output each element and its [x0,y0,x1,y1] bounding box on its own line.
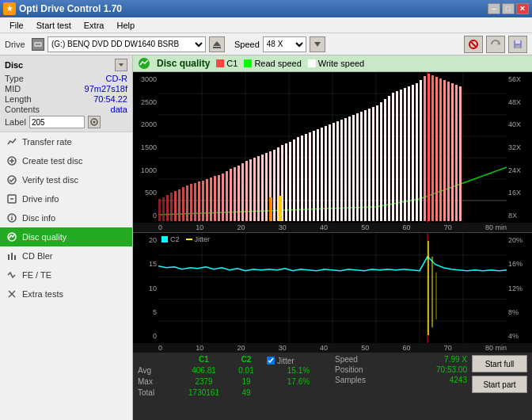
speed-select[interactable]: 48 X [263,36,306,52]
c2-total: 49 [241,388,250,399]
c1-avg: 406.81 [192,366,216,377]
left-panel: Disc Type CD-R MID 97m27s18f Length 70:5… [0,55,133,420]
svg-rect-3 [213,47,221,48]
samples-row: Samples 4243 [335,376,467,384]
chart-header: Disc quality C1 Read speed Write speed [133,55,532,72]
x-bottom-30: 30 [279,344,287,352]
nav-verify-test-disc[interactable]: Verify test disc [0,170,132,189]
x-label-30: 30 [279,223,287,231]
svg-rect-120 [459,86,462,221]
x-label-10: 10 [196,223,203,231]
svg-rect-63 [234,167,236,221]
svg-rect-97 [368,109,370,221]
svg-rect-105 [400,90,402,221]
disc-info-panel: Disc Type CD-R MID 97m27s18f Length 70:5… [0,55,132,132]
stats-row-labels: . Avg Max Total [138,355,177,399]
speed-stat-label: Speed [335,355,358,364]
svg-point-22 [11,216,13,217]
nav-disc-info[interactable]: Disc info [0,208,132,227]
refresh-button[interactable] [486,36,505,53]
svg-rect-65 [241,163,244,221]
minimize-button[interactable]: – [488,3,500,14]
top-chart-svg [158,72,507,223]
disc-mid-value: 97m27s18f [85,84,127,94]
x-bottom-10: 10 [196,344,203,352]
disc-mid-label: MID [5,84,21,94]
menu-file[interactable]: File [3,19,30,32]
svg-rect-51 [186,185,188,221]
disc-contents-label: Contents [5,105,40,114]
titlebar-left: ★ Opti Drive Control 1.70 [3,2,122,15]
start-part-button[interactable]: Start part [472,376,527,393]
disc-mid-row: MID 97m27s18f [5,84,127,94]
nav-fe-te[interactable]: FE / TE [0,265,132,284]
svg-rect-107 [408,86,410,221]
drive-select[interactable]: (G:) BENQ DVD DD DW1640 BSRB [48,36,206,52]
svg-rect-60 [222,174,224,221]
y-right-8x: 8X [508,212,530,220]
svg-rect-109 [416,83,418,221]
svg-rect-85 [321,128,323,221]
svg-rect-137 [431,257,433,327]
close-button[interactable]: ✕ [516,3,529,14]
speed-row: Speed 7.99 X [335,355,467,364]
nav-cd-bler[interactable]: CD Bler [0,246,132,265]
svg-rect-59 [218,175,220,221]
disc-contents-value: data [111,105,127,114]
menu-extra[interactable]: Extra [78,19,111,32]
svg-rect-61 [226,171,228,221]
nav-extra-tests[interactable]: Extra tests [0,284,132,304]
eject-button[interactable] [209,36,225,52]
svg-rect-101 [384,99,386,221]
svg-rect-92 [348,116,351,221]
start-full-button[interactable]: Start full [472,355,527,372]
svg-rect-94 [356,113,359,221]
c2-max: 19 [241,377,250,388]
legend-c2-color [162,236,168,242]
svg-rect-103 [392,93,394,221]
drive-label: Drive [5,40,28,49]
y-label-500: 500 [135,189,157,197]
save-button[interactable] [508,36,527,53]
stats-jitter: Jitter 15.1% 17.6% [267,355,330,399]
nav-create-test-disc[interactable]: Create test disc [0,151,132,170]
stats-panel: . Avg Max Total C1 406.81 2379 1730161 C… [133,353,532,420]
svg-rect-95 [360,112,363,221]
svg-rect-70 [261,155,264,221]
disc-label-input[interactable] [29,116,85,128]
svg-rect-46 [166,195,169,221]
x-label-20: 20 [237,223,245,231]
y-label-2500: 2500 [135,98,157,106]
y-right-16x: 16X [508,189,530,197]
disc-header: Disc [5,59,127,71]
svg-rect-49 [178,189,180,221]
disc-length-label: Length [5,94,32,104]
stats-c1: C1 406.81 2379 1730161 [182,355,226,399]
disc-label-label: Label [5,117,26,127]
x-label-50: 50 [361,223,369,231]
svg-rect-104 [396,91,398,221]
svg-rect-71 [265,153,268,221]
label-settings-button[interactable] [88,116,101,128]
svg-rect-106 [404,88,406,221]
svg-rect-45 [162,197,165,221]
chart-icon [138,57,150,70]
reset-button[interactable] [464,36,483,53]
legend-write-speed: Write speed [308,59,365,68]
nav-disc-quality[interactable]: Disc quality [0,227,132,246]
disc-arrow-button[interactable] [115,59,127,71]
jitter-checkbox[interactable] [267,357,275,365]
menu-help[interactable]: Help [110,19,141,32]
y-right-48x: 48X [508,98,530,106]
legend-jitter: Jitter [186,235,211,243]
nav-menu: Transfer rate Create test disc Verify te… [0,132,132,304]
x-axis-bottom: 0 10 20 30 40 50 60 70 80 min [133,343,532,353]
legend-c1: C1 [216,59,238,68]
maximize-button[interactable]: □ [502,3,515,14]
avg-label: Avg [138,366,177,377]
speed-arrow-button[interactable] [310,36,325,52]
menu-start-test[interactable]: Start test [30,19,78,32]
nav-drive-info[interactable]: Drive info [0,189,132,208]
y-right-4pct: 4% [508,332,530,340]
nav-transfer-rate[interactable]: Transfer rate [0,132,132,151]
